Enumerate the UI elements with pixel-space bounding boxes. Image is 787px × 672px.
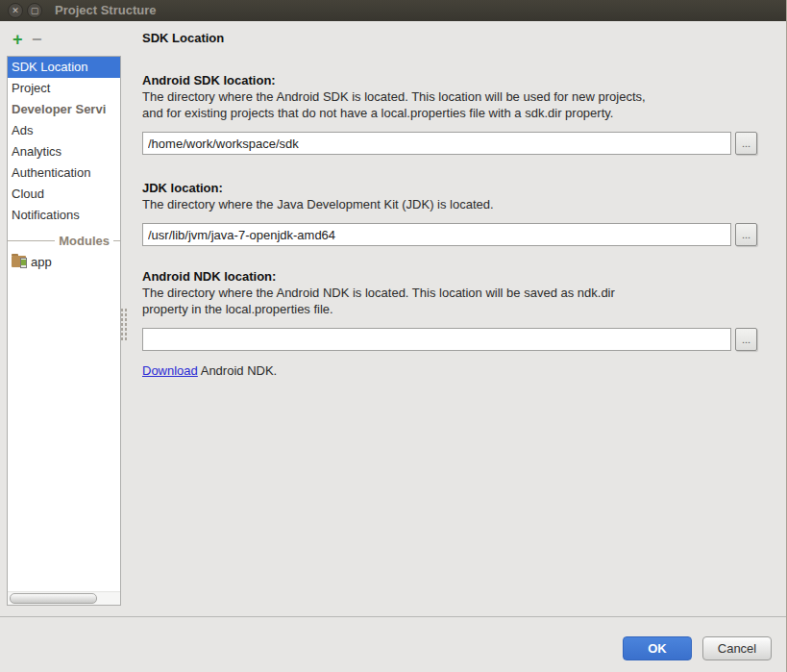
window-title: Project Structure <box>55 0 156 21</box>
splitter-handle[interactable] <box>120 308 127 340</box>
sidebar-item-sdk-location[interactable]: SDK Location <box>8 57 120 78</box>
sidebar-section-label: Modules <box>59 234 110 248</box>
android-sdk-location-input[interactable] <box>142 132 731 155</box>
sidebar-item-notifications[interactable]: Notifications <box>8 205 120 226</box>
android-sdk-description-line2: and for existing projects that do not ha… <box>142 105 772 121</box>
jdk-description-line1: The directory where the Java Development… <box>142 196 772 212</box>
android-ndk-description-line1: The directory where the Android NDK is l… <box>142 285 772 301</box>
page-title: SDK Location <box>142 31 224 45</box>
sidebar-item-ads[interactable]: Ads <box>8 120 120 141</box>
project-structure-dialog: ✕ ▢ Project Structure + − SDK Location S… <box>0 0 787 672</box>
android-sdk-description-line1: The directory where the Android SDK is l… <box>142 88 772 105</box>
android-module-icon <box>12 256 26 267</box>
sidebar-group-developer-services: Developer Servi <box>8 99 120 120</box>
android-sdk-section: Android SDK location: The directory wher… <box>142 72 772 155</box>
close-window-icon[interactable]: ✕ <box>8 3 23 18</box>
sidebar-item-cloud[interactable]: Cloud <box>8 184 120 205</box>
android-ndk-title: Android NDK location: <box>142 268 772 285</box>
download-ndk-link[interactable]: Download <box>142 363 198 378</box>
sidebar-item-authentication[interactable]: Authentication <box>8 162 120 184</box>
jdk-title: JDK location: <box>142 180 772 196</box>
android-ndk-location-input[interactable] <box>142 328 731 351</box>
sidebar-list: SDK Location Project Developer Servi Ads… <box>7 56 121 606</box>
sidebar-module-label: app <box>31 255 52 269</box>
maximize-window-icon[interactable]: ▢ <box>27 3 42 18</box>
divider <box>113 240 120 241</box>
ok-button[interactable]: OK <box>623 636 692 660</box>
android-ndk-browse-button[interactable]: ... <box>735 328 757 351</box>
android-sdk-browse-button[interactable]: ... <box>735 132 757 155</box>
android-sdk-title: Android SDK location: <box>142 72 772 88</box>
cancel-button[interactable]: Cancel <box>702 636 772 660</box>
titlebar[interactable]: ✕ ▢ Project Structure <box>0 0 786 21</box>
add-icon[interactable]: + <box>12 30 23 50</box>
footer-divider <box>0 616 786 617</box>
remove-icon[interactable]: − <box>32 30 42 50</box>
sidebar-item-analytics[interactable]: Analytics <box>8 141 120 162</box>
sidebar-section-modules: Modules <box>8 230 120 251</box>
sidebar-item-app[interactable]: app <box>8 251 120 272</box>
android-ndk-description-line2: property in the local.properties file. <box>142 301 772 317</box>
download-ndk-suffix: Android NDK. <box>198 363 277 378</box>
jdk-browse-button[interactable]: ... <box>735 223 757 246</box>
divider <box>8 240 55 241</box>
sidebar-horizontal-scrollbar[interactable] <box>8 591 120 605</box>
android-ndk-section: Android NDK location: The directory wher… <box>142 268 772 378</box>
sidebar-item-project[interactable]: Project <box>8 78 120 99</box>
jdk-section: JDK location: The directory where the Ja… <box>142 180 772 246</box>
device-icon <box>20 258 27 268</box>
scrollbar-thumb[interactable] <box>10 593 97 604</box>
jdk-location-input[interactable] <box>142 223 731 246</box>
